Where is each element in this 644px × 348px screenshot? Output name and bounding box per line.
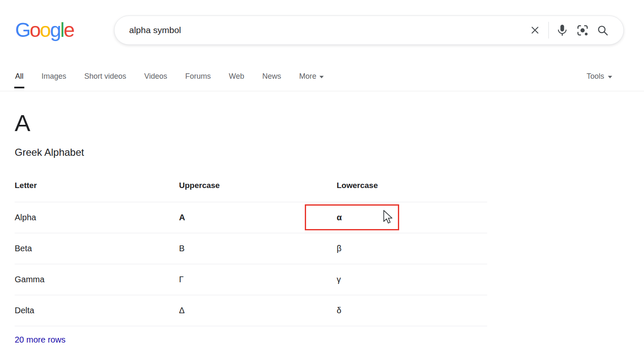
featured-snippet: A Greek Alphabet Letter Uppercase Lowerc…: [0, 110, 644, 345]
tab-images[interactable]: Images: [42, 72, 66, 91]
logo-letter: o: [40, 19, 50, 41]
tab-label: Forums: [185, 72, 211, 81]
cell-lowercase: β: [337, 244, 487, 253]
tab-forums[interactable]: Forums: [185, 72, 211, 91]
clear-icon[interactable]: [525, 20, 545, 40]
cell-uppercase: Δ: [179, 306, 337, 315]
result-filter-tabs: All Images Short videos Videos Forums We…: [0, 61, 644, 91]
search-bar[interactable]: alpha symbol: [114, 15, 624, 45]
tab-short-videos[interactable]: Short videos: [84, 72, 126, 91]
column-header-letter: Letter: [15, 181, 179, 190]
cell-uppercase: Γ: [179, 275, 337, 284]
tab-label: Images: [42, 72, 66, 81]
tab-web[interactable]: Web: [229, 72, 244, 91]
table-header-row: Letter Uppercase Lowercase: [15, 176, 487, 202]
column-header-uppercase: Uppercase: [179, 181, 337, 190]
table-row-delta: Delta Δ δ: [15, 295, 487, 326]
cell-letter: Alpha: [15, 213, 179, 222]
table-row-gamma: Gamma Γ γ: [15, 264, 487, 295]
tab-label: More: [299, 72, 317, 81]
search-bar-divider: [548, 22, 549, 39]
tab-news[interactable]: News: [262, 72, 281, 91]
tab-label: Videos: [144, 72, 167, 81]
chevron-down-icon: [608, 76, 612, 78]
cell-letter: Gamma: [15, 275, 179, 284]
more-rows-link[interactable]: 20 more rows: [15, 335, 65, 345]
table-row-beta: Beta B β: [15, 233, 487, 264]
tab-label: All: [15, 72, 23, 81]
search-header: Google alpha symbol: [0, 0, 644, 61]
logo-letter: g: [50, 19, 60, 41]
search-input[interactable]: alpha symbol: [129, 25, 525, 35]
answer-heading: A: [15, 110, 644, 137]
google-lens-icon[interactable]: [572, 20, 592, 40]
tab-all[interactable]: All: [15, 72, 23, 91]
chevron-down-icon: [319, 76, 324, 78]
cell-lowercase: δ: [337, 306, 487, 315]
answer-subtitle: Greek Alphabet: [15, 147, 644, 158]
cell-letter: Beta: [15, 244, 179, 253]
google-logo[interactable]: Google: [15, 18, 74, 41]
tab-videos[interactable]: Videos: [144, 72, 167, 91]
logo-letter: e: [64, 19, 74, 41]
cell-letter: Delta: [15, 306, 179, 315]
search-icon[interactable]: [592, 20, 613, 40]
tab-more[interactable]: More: [299, 72, 324, 91]
cell-lowercase: γ: [337, 275, 487, 284]
column-header-lowercase: Lowercase: [337, 181, 487, 190]
tab-label: News: [262, 72, 281, 81]
logo-letter: o: [30, 19, 40, 41]
greek-alphabet-table: Letter Uppercase Lowercase Alpha A α Bet…: [15, 176, 487, 326]
tab-label: Web: [229, 72, 244, 81]
logo-letter: l: [60, 19, 63, 41]
cell-uppercase: B: [179, 244, 337, 253]
tools-button[interactable]: Tools: [587, 72, 612, 91]
table-row-alpha: Alpha A α: [15, 202, 487, 233]
logo-letter: G: [15, 19, 30, 41]
tab-label: Short videos: [84, 72, 126, 81]
tools-label: Tools: [587, 72, 604, 81]
annotation-highlight-box: [305, 204, 399, 230]
microphone-icon[interactable]: [552, 20, 572, 40]
